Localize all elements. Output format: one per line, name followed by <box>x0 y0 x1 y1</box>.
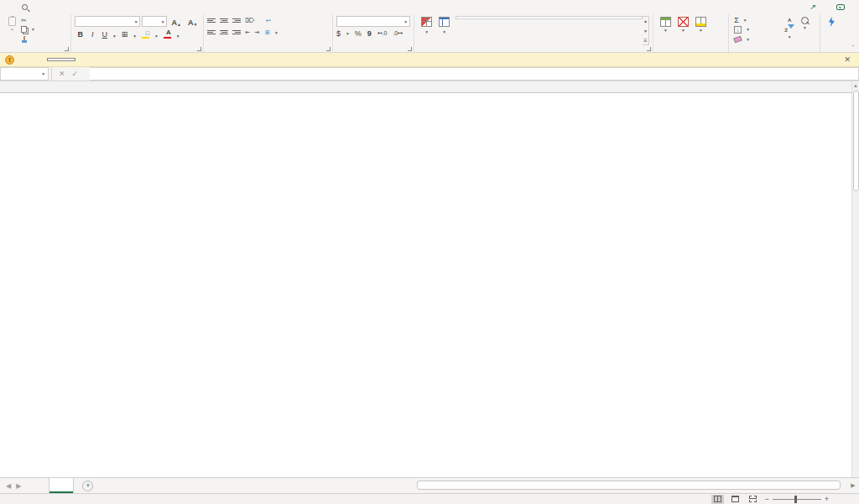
align-top-button[interactable] <box>207 18 216 24</box>
format-as-table-button[interactable]: ▾ <box>435 16 453 44</box>
collapse-ribbon-button[interactable]: ˆ <box>852 44 854 50</box>
enter-icon[interactable]: ✓ <box>72 70 79 78</box>
search-box[interactable] <box>22 0 31 14</box>
find-select-icon <box>801 17 809 24</box>
font-color-button[interactable]: A <box>161 29 174 39</box>
sheet-nav-right-icon[interactable]: ▶ <box>10 478 27 493</box>
font-color-dropdown-icon[interactable]: ▾ <box>177 34 180 39</box>
delete-dropdown-icon: ▾ <box>682 28 685 33</box>
italic-button[interactable]: I <box>89 30 96 39</box>
zoom-slider-handle[interactable] <box>794 496 797 503</box>
zoom-slider[interactable] <box>773 499 821 500</box>
format-cells-button[interactable]: ▾ <box>692 16 710 44</box>
find-select-button[interactable]: ▾ <box>798 16 812 44</box>
name-box[interactable]: ▾ <box>0 67 49 81</box>
security-bar-close-icon[interactable]: ✕ <box>844 55 854 64</box>
clipboard-dialog-launcher[interactable] <box>65 47 69 51</box>
sort-filter-icon: AZ <box>784 17 794 34</box>
underline-dropdown-icon[interactable]: ▾ <box>113 34 116 39</box>
decrease-indent-button[interactable]: ⇤ <box>245 29 250 36</box>
accounting-dropdown-icon[interactable]: ▾ <box>346 31 349 36</box>
grow-font-button[interactable]: A▲ <box>169 16 183 27</box>
copy-icon <box>21 26 27 33</box>
underline-button[interactable]: U <box>99 30 110 39</box>
paste-icon <box>8 17 16 26</box>
normal-view-icon <box>714 496 721 502</box>
format-painter-button[interactable] <box>19 35 36 44</box>
scroll-right-icon[interactable]: ▶ <box>847 482 859 489</box>
merge-center-dropdown-icon: ▾ <box>275 30 278 35</box>
align-left-button[interactable] <box>207 29 216 36</box>
page-break-view-button[interactable] <box>747 495 759 504</box>
cancel-icon[interactable]: ✕ <box>59 70 65 78</box>
share-button[interactable]: ↗ <box>802 2 827 13</box>
new-sheet-button[interactable]: + <box>82 481 93 491</box>
shrink-font-button[interactable]: A▼ <box>185 16 200 27</box>
fill-color-button[interactable]: □ <box>139 30 152 39</box>
zoom-in-button[interactable]: + <box>825 495 829 503</box>
styles-gallery-scroll[interactable]: ▲▼☰ <box>643 16 649 45</box>
status-bar: − + <box>0 493 859 504</box>
excel-window: ↗ ▾ ✂ ▾ <box>0 0 859 504</box>
enable-content-button[interactable] <box>47 58 75 61</box>
number-format-select[interactable]: ▾ <box>336 16 410 27</box>
fill-button[interactable]: ▾ <box>732 25 781 34</box>
align-middle-button[interactable] <box>220 18 228 24</box>
bold-button[interactable]: B <box>75 30 86 39</box>
normal-view-button[interactable] <box>711 495 724 504</box>
alignment-dialog-launcher[interactable] <box>326 47 331 51</box>
fill-color-dropdown-icon[interactable]: ▾ <box>155 34 158 39</box>
autosum-button[interactable]: Σ▾ <box>732 16 781 24</box>
percent-style-button[interactable]: % <box>355 29 362 38</box>
group-number: ▾ $▾ % 9 ↤.0 .0↦ <box>333 14 414 52</box>
ribbon-right-buttons: ↗ <box>802 0 859 14</box>
decrease-decimal-button[interactable]: .0↦ <box>393 30 403 37</box>
ideas-button[interactable] <box>824 16 839 44</box>
font-name-select[interactable]: ▾ <box>75 16 140 27</box>
copy-button[interactable]: ▾ <box>19 25 36 34</box>
align-center-button[interactable] <box>220 29 228 36</box>
group-alignment: ⌦ ↩ ⇤ ⇥ ⊞▾ <box>204 14 333 52</box>
merge-center-button[interactable]: ⊞▾ <box>263 28 279 37</box>
increase-decimal-button[interactable]: ↤.0 <box>377 30 388 37</box>
font-size-select[interactable]: ▾ <box>142 16 167 27</box>
horizontal-scroll-thumb[interactable] <box>417 481 841 490</box>
styles-dialog-launcher[interactable] <box>647 47 651 51</box>
formula-bar: ▾ ✕ ✓ <box>0 67 859 81</box>
conditional-formatting-button[interactable]: ▾ <box>418 16 435 44</box>
borders-button[interactable]: ⊞ <box>119 30 131 39</box>
align-bottom-button[interactable] <box>232 18 241 24</box>
align-right-button[interactable] <box>232 29 241 36</box>
column-headers <box>0 81 851 93</box>
formula-input[interactable] <box>90 67 859 81</box>
paste-button[interactable]: ▾ <box>5 16 19 44</box>
ribbon: ▾ ✂ ▾ ▾ ▾ A▲ A▼ B I U <box>0 14 859 53</box>
delete-cells-button[interactable]: ▾ <box>674 16 692 44</box>
vertical-scrollbar[interactable]: ▲ <box>851 81 859 477</box>
horizontal-scrollbar[interactable]: ▶ <box>417 480 859 491</box>
wrap-text-button[interactable]: ↩ <box>264 16 275 25</box>
cut-button[interactable]: ✂ <box>19 16 36 24</box>
page-layout-view-button[interactable] <box>729 495 742 504</box>
comments-button[interactable] <box>829 3 856 12</box>
comma-style-button[interactable]: 9 <box>367 29 372 38</box>
sheet-tab-evaluation[interactable] <box>49 478 74 493</box>
borders-dropdown-icon[interactable]: ▾ <box>133 34 136 39</box>
clear-button[interactable]: ▾ <box>732 35 781 44</box>
name-box-dropdown-icon: ▾ <box>42 71 44 76</box>
security-warning-bar: ! ✕ <box>0 53 859 67</box>
security-shield-icon: ! <box>5 55 14 65</box>
vertical-scroll-thumb[interactable] <box>853 91 859 191</box>
insert-cells-button[interactable]: ▾ <box>657 16 674 44</box>
increase-indent-button[interactable]: ⇥ <box>254 29 259 36</box>
zoom-out-button[interactable]: − <box>764 495 768 503</box>
format-as-table-label-2: ▾ <box>443 29 445 36</box>
format-as-table-icon <box>439 17 450 27</box>
accounting-format-button[interactable]: $ <box>336 29 341 38</box>
font-dialog-launcher[interactable] <box>197 47 201 51</box>
orientation-button[interactable]: ⌦ <box>245 17 254 24</box>
number-dialog-launcher[interactable] <box>408 47 412 51</box>
sort-filter-button[interactable]: AZ ▾ <box>781 16 798 44</box>
scroll-up-icon[interactable]: ▲ <box>853 81 858 90</box>
page-layout-view-icon <box>731 496 739 502</box>
